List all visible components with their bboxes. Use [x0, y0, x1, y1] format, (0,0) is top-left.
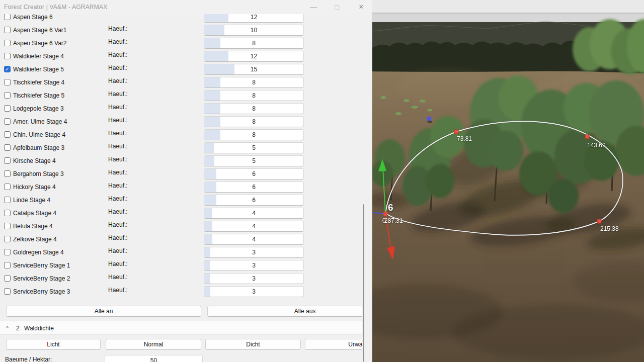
haeuf-value: 8 — [204, 117, 303, 127]
haeuf-field[interactable]: 4 — [204, 208, 304, 219]
species-checkbox[interactable] — [4, 14, 11, 20]
minimize-button[interactable]: — — [305, 0, 322, 14]
control-point-2[interactable] — [585, 135, 589, 139]
haeuf-field[interactable]: 8 — [204, 77, 304, 88]
haeuf-value: 12 — [204, 51, 303, 61]
haeuf-label: Haeuf.: — [108, 169, 128, 176]
haeuf-field[interactable]: 8 — [204, 90, 304, 101]
haeuf-field[interactable]: 6 — [204, 195, 304, 206]
haeuf-field[interactable]: 6 — [204, 168, 304, 179]
species-checkbox[interactable] — [4, 249, 11, 255]
species-checkbox[interactable] — [4, 223, 11, 229]
maximize-button[interactable]: ▢ — [329, 0, 346, 14]
species-row: Catalpa Stage 4Haeuf.:4 — [0, 207, 362, 220]
species-row: Zelkove Stage 4Haeuf.:4 — [0, 233, 362, 246]
control-point-1[interactable] — [454, 130, 458, 134]
density-button-normal[interactable]: Normal — [106, 339, 201, 350]
close-button[interactable]: ✕ — [353, 0, 370, 14]
trees-per-hectare-value: 50 — [105, 355, 202, 362]
haeuf-label: Haeuf.: — [108, 143, 128, 150]
haeuf-field[interactable]: 8 — [204, 129, 304, 140]
walddichte-section-header[interactable]: ^ 2 Walddichte — [0, 321, 362, 335]
haeuf-value: 4 — [204, 208, 303, 218]
haeuf-label: Haeuf.: — [108, 104, 128, 111]
haeuf-field[interactable]: 6 — [204, 182, 304, 193]
haeuf-field[interactable]: 3 — [204, 260, 304, 271]
species-label: Amer. Ulme Stage 4 — [13, 115, 67, 128]
species-row: Aspen Stage 6 Var2Haeuf.:8 — [0, 37, 362, 50]
species-checkbox[interactable] — [4, 157, 11, 164]
haeuf-field[interactable]: 3 — [204, 247, 304, 258]
species-row: ServiceBerry Stage 1Haeuf.:3 — [0, 259, 362, 272]
species-checkbox[interactable] — [4, 105, 11, 112]
species-checkbox[interactable] — [4, 170, 11, 177]
species-checkbox[interactable] — [4, 197, 11, 203]
haeuf-field[interactable]: 4 — [204, 234, 304, 245]
haeuf-field[interactable]: 4 — [204, 221, 304, 232]
species-checkbox[interactable] — [4, 79, 11, 85]
haeuf-field[interactable]: 5 — [204, 155, 304, 166]
game-scene[interactable]: 73.81 143.69 215.38 6 0 287.31 — [372, 0, 644, 362]
all-off-button[interactable]: Alle aus — [207, 306, 362, 317]
haeuf-value: 6 — [204, 182, 303, 192]
density-button-dicht[interactable]: Dicht — [205, 339, 301, 350]
all-on-button[interactable]: Alle an — [6, 306, 201, 317]
haeuf-label: Haeuf.: — [108, 195, 128, 202]
species-checkbox[interactable] — [4, 236, 11, 242]
species-checkbox[interactable] — [4, 275, 11, 282]
haeuf-field[interactable]: 3 — [204, 273, 304, 284]
haeuf-value: 3 — [204, 260, 303, 270]
species-checkbox[interactable] — [4, 262, 11, 268]
haeuf-field[interactable]: 3 — [204, 286, 304, 297]
species-row: Linde Stage 4Haeuf.:6 — [0, 194, 362, 207]
title-bar[interactable]: Forest Creator | VA&M - AGRARMAX — ▢ ✕ — [0, 0, 372, 14]
haeuf-value: 8 — [204, 38, 303, 48]
species-label: Hickory Stage 4 — [13, 180, 56, 194]
species-label: Aspen Stage 6 Var1 — [13, 24, 67, 37]
species-checkbox[interactable] — [4, 288, 11, 295]
haeuf-field[interactable]: 12 — [204, 51, 304, 62]
forest-creator-window: Aspen Stage 612Aspen Stage 6 Var1Haeuf.:… — [0, 0, 372, 362]
viewport-3d[interactable]: 73.81 143.69 215.38 6 0 287.31 — [372, 0, 644, 362]
haeuf-label: Haeuf.: — [108, 287, 128, 294]
haeuf-field[interactable]: 10 — [204, 25, 304, 36]
haeuf-label: Haeuf.: — [108, 38, 128, 45]
density-button-urwald[interactable]: Urwald — [305, 339, 362, 350]
species-label: Linde Stage 4 — [13, 194, 50, 207]
species-label: Catalpa Stage 4 — [13, 207, 56, 220]
species-row: Chin. Ulme Stage 4Haeuf.:8 — [0, 128, 362, 141]
spline-start-point[interactable] — [383, 212, 388, 216]
scrollbar-thumb[interactable] — [363, 204, 364, 362]
section-index: 2 — [16, 321, 20, 335]
collapse-caret-icon[interactable]: ^ — [6, 321, 9, 335]
haeuf-field[interactable]: 5 — [204, 142, 304, 153]
species-checkbox[interactable]: ✓ — [4, 66, 11, 72]
species-label: Goldregen Stage 4 — [13, 246, 64, 259]
haeuf-field[interactable]: 8 — [204, 38, 304, 49]
species-checkbox[interactable] — [4, 144, 11, 151]
species-checkbox[interactable] — [4, 27, 11, 33]
species-label: Bergahorn Stage 3 — [13, 167, 64, 180]
haeuf-value: 4 — [204, 221, 303, 231]
haeuf-field[interactable]: 8 — [204, 103, 304, 114]
haeuf-value: 8 — [204, 90, 303, 101]
haeuf-field[interactable]: 15 — [204, 64, 304, 75]
species-checkbox[interactable] — [4, 210, 11, 216]
species-checkbox[interactable] — [4, 40, 11, 46]
haeuf-value: 8 — [204, 104, 303, 114]
haeuf-value: 3 — [204, 274, 303, 284]
haeuf-value: 8 — [204, 130, 303, 140]
species-checkbox[interactable] — [4, 118, 11, 125]
trees-per-hectare-field[interactable]: 50 — [105, 355, 203, 362]
haeuf-value: 3 — [204, 247, 303, 257]
haeuf-label: Haeuf.: — [108, 130, 128, 137]
species-checkbox[interactable] — [4, 131, 11, 138]
haeuf-field[interactable]: 8 — [204, 116, 304, 127]
species-checkbox[interactable] — [4, 184, 11, 190]
density-button-licht[interactable]: Licht — [6, 339, 101, 350]
haeuf-value: 10 — [204, 25, 303, 35]
species-checkbox[interactable] — [4, 53, 11, 59]
species-checkbox[interactable] — [4, 92, 11, 99]
control-point-3[interactable] — [597, 219, 601, 223]
species-row: ServiceBerry Stage 2Haeuf.:3 — [0, 272, 362, 285]
